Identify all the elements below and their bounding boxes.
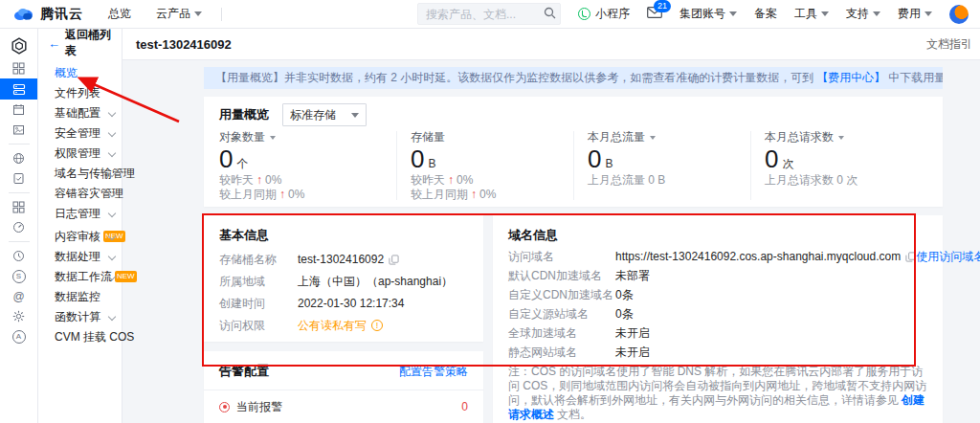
chevron-down-icon [351,113,359,118]
metric-note: 上月总流量 0 B [588,174,750,186]
page-title: test-1302416092 [136,37,232,52]
metric-object-count: 对象数量 0个 较昨天0% 较上月同期0% [219,131,396,200]
metric-value: 0 [219,146,233,171]
account-menu[interactable]: 集团账号 [679,6,737,22]
search-icon[interactable] [544,7,556,19]
alarm-row-current: 当前报警 0 [204,390,483,423]
intranet-access-link[interactable]: 使用访问域名进行内网访问 [916,249,980,265]
metric-stat: 较上月同期0% [411,189,573,200]
sidebar-item-data-monitoring[interactable]: 数据监控 [38,287,122,306]
sidebar-item-domain-transfer[interactable]: 域名与传输管理 [38,164,122,183]
metric-stat: 较上月同期0% [219,189,396,200]
metric-storage: 存储量 0B 较昨天0% 较上月同期0% [396,131,573,200]
gauge-icon[interactable] [0,217,37,237]
dashboard-icon[interactable] [0,58,37,78]
media-icon[interactable] [0,120,37,140]
metric-unit: 个 [236,156,248,172]
sidebar-item-basic-config[interactable]: 基础配置 [38,103,122,122]
info-row-custom-origin: 自定义源站域名 0条 [508,307,927,321]
topbar-right-group: 小程序 21 集团账号 备案 工具 支持 费用 [417,3,969,25]
mention-icon[interactable] [0,286,37,306]
chevron-down-icon [108,313,116,321]
up-arrow-icon [256,173,262,187]
metric-label-dropdown[interactable]: 对象数量 [219,131,396,144]
configure-alarm-policy-link[interactable]: 配置告警策略 [399,364,468,380]
chevron-down-icon [924,11,932,16]
nav-cloud-products[interactable]: 云产品 [156,6,202,22]
chevron-down-icon [108,210,116,217]
metric-note: 上月总请求数 0 次 [765,174,927,186]
sidebar-item-data-workflow[interactable]: 数据工作流NEW [38,267,122,286]
messages-button[interactable]: 21 [647,7,662,21]
metric-unit: 次 [782,156,793,172]
tools-menu[interactable]: 工具 [794,6,829,22]
alarm-config-card: 告警配置 配置告警策略 当前报警 0 已配置告警策略 0 [204,351,483,423]
info-row-created: 创建时间 2022-01-30 12:17:34 [219,297,468,310]
mini-program-entry[interactable]: 小程序 [578,6,630,22]
support-menu[interactable]: 支持 [846,6,880,22]
chevron-down-icon [821,11,829,16]
info-icon[interactable] [371,320,383,331]
copy-icon[interactable] [389,255,399,265]
global-search [417,3,561,25]
domain-note: 注：COS 的访问域名使用了智能 DNS 解析，如果您在腾讯云内部署了服务用于访… [508,365,927,422]
metric-label-dropdown[interactable]: 本月总流量 [588,131,750,144]
chevron-down-icon [650,136,656,140]
tencent-cloud-logo[interactable]: 腾讯云 [11,6,83,23]
calendar-icon[interactable] [0,100,37,120]
metric-unit: B [605,157,612,170]
metric-label: 存储量 [411,131,573,144]
info-row-default-cdn: 默认CDN加速域名 未部署 [508,269,927,282]
chevron-down-icon [729,11,737,16]
sidebar-menu: 概览 文件列表 基础配置 安全管理 权限管理 域名与传输管理 容错容灾管理 日志… [38,63,122,346]
task-check-icon[interactable] [0,168,37,189]
new-badge: NEW [115,271,137,282]
assistant-icon[interactable] [0,326,37,346]
clock-icon[interactable] [0,246,37,266]
metric-value: 0 [588,146,601,171]
metric-stat: 较昨天0% [411,174,573,186]
content-scroller: 【用量概览】并非实时数据，约有 2 小时时延。该数据仅作为监控数据以供参考，如需… [122,59,980,423]
up-arrow-icon [471,188,477,201]
metric-value: 0 [765,146,778,171]
globe-icon[interactable] [0,148,37,168]
storage-class-select[interactable]: 标准存储 [282,103,367,126]
rail-divider [0,189,37,197]
info-row-access: 访问权限 公有读私有写 [219,319,468,332]
nav-overview[interactable]: 总览 [108,6,131,22]
cdn-icon[interactable] [0,266,37,286]
billing-center-link[interactable]: 【费用中心】 [816,71,885,84]
billing-menu[interactable]: 费用 [898,6,932,22]
metric-label-dropdown[interactable]: 本月总请求数 [765,131,927,144]
sidebar-item-security[interactable]: 安全管理 [38,123,122,143]
cloud-icon [11,7,34,21]
metric-unit: B [428,157,435,170]
metric-value: 0 [411,146,424,171]
up-arrow-icon [448,173,454,187]
sidebar-item-permissions[interactable]: 权限管理 [38,144,122,163]
domain-info-card: 域名信息 访问域名 https://test-1302416092.cos.ap… [493,215,943,423]
sidebar-item-fault-tolerance[interactable]: 容错容灾管理 [38,184,122,203]
sidebar-item-file-list[interactable]: 文件列表 [38,83,122,102]
beian-link[interactable]: 备案 [754,6,777,22]
sidebar-item-data-processing[interactable]: 数据处理 [38,247,122,266]
gear-icon[interactable] [0,306,37,326]
cos-logo-icon[interactable] [0,33,37,58]
metric-month-traffic: 本月总流量 0B 上月总流量 0 B [573,131,750,200]
sidebar-item-cvm-mount-cos[interactable]: CVM 挂载 COS [38,327,122,346]
user-avatar[interactable] [949,5,969,24]
sidebar-item-log-management[interactable]: 日志管理 [38,204,122,223]
apps-icon[interactable] [0,197,37,217]
copy-icon[interactable] [905,252,916,262]
alarm-title: 告警配置 [219,363,269,380]
back-to-bucket-list[interactable]: 返回桶列表 [38,29,122,57]
doc-guide-link[interactable]: 文档指引 [926,36,972,53]
usage-notice-banner: 【用量概览】并非实时数据，约有 2 小时时延。该数据仅作为监控数据以供参考，如需… [204,67,943,89]
bucket-icon[interactable] [0,78,37,100]
metrics-row: 对象数量 0个 较昨天0% 较上月同期0% 存储量 0B 较昨天0% 较上月同期… [219,131,927,200]
sidebar-item-overview[interactable]: 概览 [38,63,122,82]
sidebar-item-content-audit[interactable]: 内容审核NEW [38,227,122,246]
chevron-down-icon [270,136,276,140]
sidebar-item-function-compute[interactable]: 函数计算 [38,307,122,326]
search-input[interactable] [417,3,561,25]
